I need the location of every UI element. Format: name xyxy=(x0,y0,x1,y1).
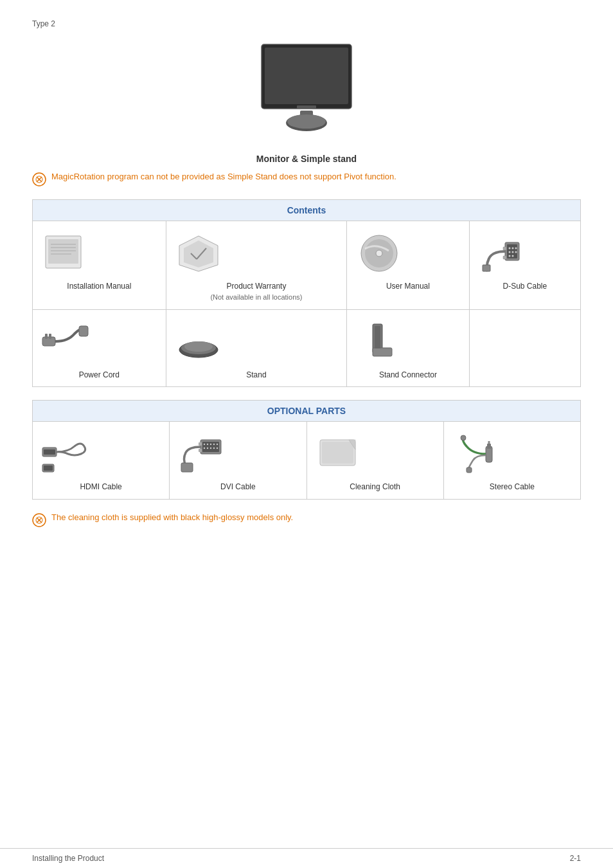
stand-connector-img xyxy=(353,320,405,365)
notice-magicrotation-text: MagicRotation program can not be provide… xyxy=(51,172,396,181)
svg-rect-36 xyxy=(42,337,55,346)
svg-point-32 xyxy=(511,255,513,257)
contents-table: Contents Installation Manual xyxy=(32,199,581,387)
svg-rect-47 xyxy=(44,449,55,455)
hdmi-cable-label: HDMI Cable xyxy=(39,482,163,493)
dsub-cable-label: D-Sub Cable xyxy=(476,281,574,292)
svg-point-26 xyxy=(511,247,513,249)
svg-point-59 xyxy=(210,448,211,449)
stereo-cable-label: Stereo Cable xyxy=(450,482,574,493)
svg-rect-62 xyxy=(199,442,202,446)
power-cord-img xyxy=(39,320,91,365)
warranty-label: Product Warranty (Not available in all l… xyxy=(173,281,340,303)
svg-rect-34 xyxy=(503,256,506,259)
svg-rect-64 xyxy=(181,463,193,472)
svg-point-61 xyxy=(217,448,218,449)
svg-point-29 xyxy=(511,251,513,253)
svg-point-53 xyxy=(207,444,208,445)
user-manual-img xyxy=(353,231,405,276)
svg-rect-38 xyxy=(49,334,51,339)
footer-right: 2-1 xyxy=(570,854,581,863)
svg-point-60 xyxy=(213,448,215,449)
svg-point-22 xyxy=(376,250,382,257)
notice-cleaning: The cleaning cloth is supplied with blac… xyxy=(32,512,581,527)
warranty-img xyxy=(173,231,224,276)
svg-point-52 xyxy=(204,444,205,445)
dvi-cable-img xyxy=(176,431,227,476)
dsub-cable-img xyxy=(476,231,528,276)
svg-rect-2 xyxy=(297,105,316,109)
svg-rect-35 xyxy=(483,265,490,271)
monitor-image xyxy=(32,41,581,144)
stand-connector-label: Stand Connector xyxy=(353,370,463,381)
svg-rect-37 xyxy=(45,334,48,339)
svg-rect-73 xyxy=(466,467,472,473)
stand-label: Stand xyxy=(173,370,340,381)
empty-cell xyxy=(476,320,528,365)
user-manual-label: User Manual xyxy=(353,281,463,292)
svg-rect-11 xyxy=(48,239,78,264)
notice-magicrotation: MagicRotation program can not be provide… xyxy=(32,172,581,186)
stand-img xyxy=(173,320,224,365)
svg-point-55 xyxy=(213,444,215,445)
svg-point-27 xyxy=(515,247,517,249)
hdmi-cable-img xyxy=(39,431,91,476)
dvi-cable-label: DVI Cable xyxy=(176,482,299,493)
svg-rect-44 xyxy=(373,348,392,356)
stereo-cable-img xyxy=(450,431,502,476)
svg-point-42 xyxy=(184,341,213,352)
cleaning-cloth-label: Cleaning Cloth xyxy=(314,482,437,493)
svg-rect-45 xyxy=(375,326,380,348)
svg-rect-63 xyxy=(199,449,202,452)
svg-rect-51 xyxy=(202,442,219,452)
footer: Installing the Product 2-1 xyxy=(0,848,613,868)
svg-point-56 xyxy=(217,444,218,445)
installation-manual-label: Installation Manual xyxy=(39,281,159,292)
svg-rect-33 xyxy=(503,247,506,250)
svg-point-58 xyxy=(207,448,208,449)
svg-rect-70 xyxy=(487,444,491,449)
svg-point-72 xyxy=(461,435,466,440)
installation-manual-img xyxy=(39,231,91,276)
svg-point-30 xyxy=(515,251,517,253)
svg-rect-66 xyxy=(322,442,353,464)
svg-rect-39 xyxy=(79,326,88,336)
svg-point-54 xyxy=(210,444,211,445)
optional-header: OPTIONAL PARTS xyxy=(33,401,581,422)
contents-header: Contents xyxy=(33,200,581,221)
svg-point-25 xyxy=(508,247,510,249)
optional-table: OPTIONAL PARTS HDMI Cabl xyxy=(32,400,581,500)
svg-rect-49 xyxy=(44,466,53,471)
monitor-title: Monitor & Simple stand xyxy=(32,154,581,164)
footer-left: Installing the Product xyxy=(32,854,104,863)
power-cord-label: Power Cord xyxy=(39,370,159,381)
notice-icon-1 xyxy=(32,172,46,186)
svg-point-57 xyxy=(204,448,205,449)
notice-icon-2 xyxy=(32,513,46,527)
type-label: Type 2 xyxy=(32,19,581,28)
cleaning-cloth-img xyxy=(314,431,365,476)
svg-point-5 xyxy=(287,114,326,129)
svg-point-28 xyxy=(508,251,510,253)
svg-point-31 xyxy=(508,255,510,257)
notice-cleaning-text: The cleaning cloth is supplied with blac… xyxy=(51,512,293,522)
svg-rect-1 xyxy=(265,48,348,104)
